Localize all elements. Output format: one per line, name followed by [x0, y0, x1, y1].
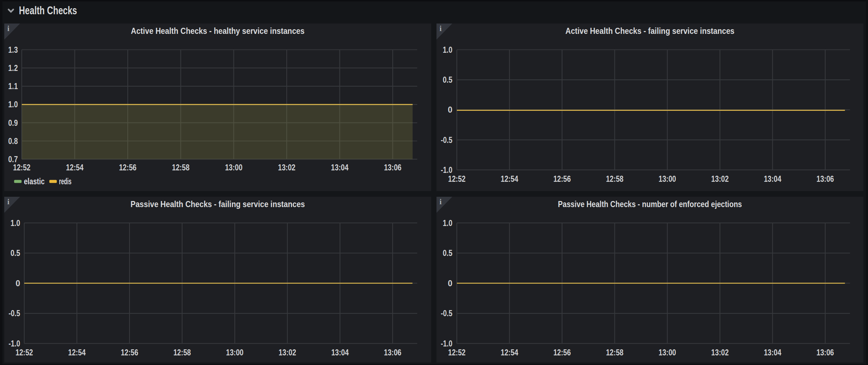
svg-text:i: i	[440, 197, 442, 206]
svg-text:13:02: 13:02	[711, 348, 729, 357]
svg-text:12:56: 12:56	[119, 163, 137, 172]
svg-text:1.0: 1.0	[8, 100, 18, 109]
svg-text:0.5: 0.5	[443, 248, 453, 258]
svg-text:12:54: 12:54	[501, 348, 518, 357]
svg-text:13:04: 13:04	[764, 174, 781, 184]
svg-text:12:58: 12:58	[606, 348, 623, 357]
svg-text:1.2: 1.2	[8, 63, 18, 73]
svg-text:13:00: 13:00	[659, 348, 676, 357]
svg-text:12:52: 12:52	[448, 174, 466, 184]
svg-text:-1.0: -1.0	[441, 339, 453, 348]
svg-text:0: 0	[448, 105, 453, 114]
svg-text:0.5: 0.5	[11, 248, 20, 258]
svg-text:i: i	[440, 24, 442, 33]
svg-text:-1.0: -1.0	[441, 165, 453, 175]
svg-text:13:00: 13:00	[226, 348, 244, 357]
svg-text:13:02: 13:02	[278, 163, 296, 172]
svg-text:13:04: 13:04	[331, 163, 348, 172]
svg-text:12:56: 12:56	[121, 348, 138, 357]
svg-text:1.0: 1.0	[443, 219, 453, 228]
svg-text:redis: redis	[59, 176, 72, 186]
svg-text:12:56: 12:56	[553, 174, 571, 184]
svg-text:12:52: 12:52	[16, 348, 33, 357]
svg-text:i: i	[7, 197, 10, 206]
svg-text:13:04: 13:04	[764, 348, 781, 357]
svg-text:0.5: 0.5	[443, 75, 453, 84]
svg-text:13:00: 13:00	[225, 163, 242, 172]
svg-text:1.3: 1.3	[8, 45, 18, 55]
svg-text:0.9: 0.9	[8, 118, 18, 128]
svg-text:12:54: 12:54	[501, 174, 518, 184]
svg-text:Active Health Checks - failing: Active Health Checks - failing service i…	[566, 26, 735, 36]
svg-text:13:00: 13:00	[659, 174, 676, 184]
svg-text:13:04: 13:04	[331, 348, 349, 357]
svg-text:12:54: 12:54	[66, 163, 83, 172]
svg-text:0: 0	[16, 279, 20, 288]
svg-text:0.8: 0.8	[8, 137, 18, 146]
svg-text:-0.5: -0.5	[9, 309, 20, 318]
svg-text:13:02: 13:02	[279, 348, 296, 357]
svg-text:elastic: elastic	[24, 176, 45, 186]
svg-text:12:56: 12:56	[553, 348, 571, 357]
svg-text:Active Health Checks - healthy: Active Health Checks - healthy service i…	[131, 26, 305, 36]
svg-text:13:06: 13:06	[816, 174, 834, 184]
svg-text:12:58: 12:58	[606, 174, 623, 184]
svg-text:-0.5: -0.5	[441, 135, 453, 145]
svg-text:13:06: 13:06	[384, 163, 402, 172]
svg-text:0: 0	[448, 279, 453, 288]
svg-text:1.1: 1.1	[8, 82, 18, 91]
svg-text:12:52: 12:52	[13, 163, 31, 172]
svg-text:Passive Health Checks - number: Passive Health Checks - number of enforc…	[558, 199, 742, 209]
svg-text:-0.5: -0.5	[441, 309, 453, 318]
svg-text:13:02: 13:02	[711, 174, 729, 184]
svg-text:13:06: 13:06	[384, 348, 401, 357]
svg-text:1.0: 1.0	[443, 45, 453, 55]
svg-text:13:06: 13:06	[816, 348, 834, 357]
svg-text:Health Checks: Health Checks	[19, 4, 77, 17]
svg-text:12:54: 12:54	[68, 348, 86, 357]
svg-text:1.0: 1.0	[11, 219, 20, 228]
svg-text:12:58: 12:58	[173, 348, 191, 357]
svg-text:i: i	[7, 24, 10, 33]
svg-text:12:52: 12:52	[448, 348, 466, 357]
svg-text:Passive Health Checks - failin: Passive Health Checks - failing service …	[131, 199, 305, 209]
svg-text:-1.0: -1.0	[9, 339, 20, 348]
svg-text:12:58: 12:58	[172, 163, 189, 172]
